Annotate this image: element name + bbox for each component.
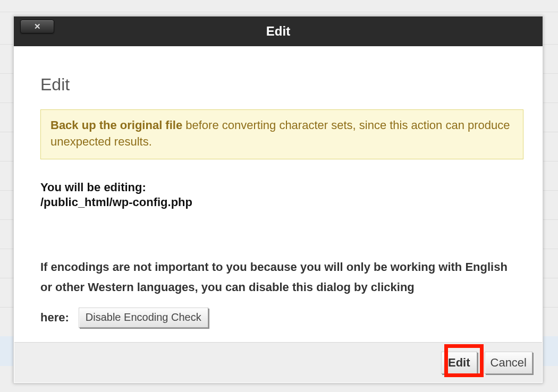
cancel-button[interactable]: Cancel [485, 352, 532, 374]
close-icon: ✕ [34, 22, 41, 31]
encoding-here-label: here: [40, 311, 69, 325]
disable-encoding-check-button[interactable]: Disable Encoding Check [79, 308, 208, 328]
dialog-titlebar: ✕ Edit [14, 16, 543, 46]
edit-dialog: ✕ Edit Edit Back up the original file be… [13, 16, 543, 384]
edit-button[interactable]: Edit [441, 352, 477, 374]
encoding-explainer: If encodings are not important to you be… [40, 257, 516, 298]
warning-bold-text: Back up the original file [50, 118, 182, 132]
warning-banner: Back up the original file before convert… [40, 109, 523, 159]
editing-file-path: /public_html/wp-config.php [40, 195, 516, 209]
page-heading: Edit [40, 75, 516, 95]
encoding-action-row: here: Disable Encoding Check [40, 308, 516, 328]
editing-label: You will be editing: [40, 181, 516, 194]
dialog-title: Edit [266, 24, 290, 39]
dialog-footer: Edit Cancel [14, 342, 542, 382]
close-button[interactable]: ✕ [20, 20, 54, 33]
dialog-body: Edit Back up the original file before co… [14, 46, 543, 333]
